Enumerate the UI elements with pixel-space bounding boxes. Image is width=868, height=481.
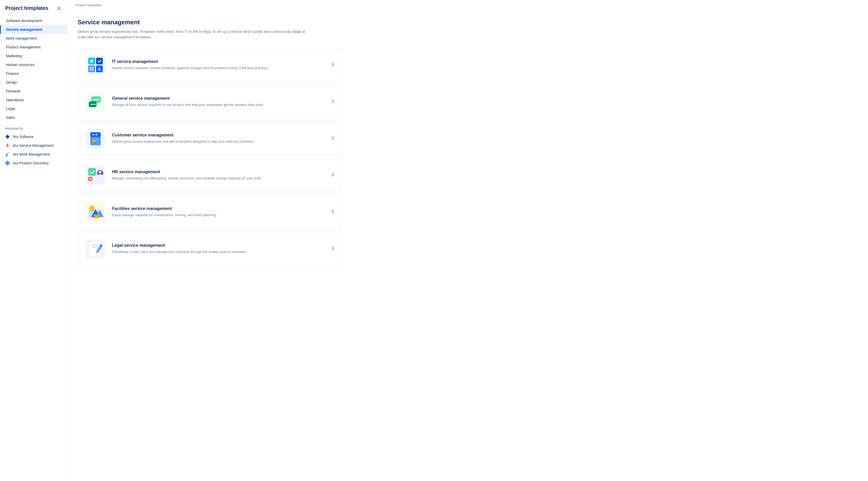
products-section-label: PRODUCTS [0,123,67,132]
svg-rect-12 [92,69,93,71]
legal-service-management-info: Legal service managementEffortlessly cre… [112,243,325,254]
svg-rect-5 [90,60,93,61]
customer-service-management-icon [85,128,106,149]
svg-text:A: A [98,67,101,71]
svg-point-23 [94,104,96,105]
sidebar-item-marketing[interactable]: Marketing [0,52,67,60]
customer-service-management-info: Customer service managementDeliver great… [112,133,325,144]
page-description: Deliver great service experiences fast. … [78,29,311,40]
product-item-jira-service-management[interactable]: Jira Service Management [0,141,67,150]
svg-line-0 [6,156,7,156]
svg-point-19 [97,99,99,100]
general-service-management-info: General service managementManage all you… [112,96,325,108]
sidebar-title: Project templates [5,5,49,11]
bolt-icon [5,143,10,148]
feather-icon [5,152,10,157]
svg-rect-8 [88,65,95,72]
content-area: Service management Deliver great service… [67,10,352,277]
sidebar-header: Project templates [0,5,67,15]
it-service-management-icon: A [85,55,106,75]
svg-rect-28 [96,139,99,140]
breadcrumb: Project templates [67,0,868,10]
svg-rect-9 [90,67,91,69]
template-list: A IT service managementHandle service re… [78,48,342,269]
product-item-jira-product-discovery[interactable]: Jira Product Discovery [0,159,67,168]
template-card-general-service-management[interactable]: General service managementManage all you… [78,85,342,119]
sidebar-item-software-development[interactable]: Software development [0,16,67,25]
legal-service-management-description: Effortlessly create, track and manage yo… [112,249,293,254]
svg-rect-29 [96,140,99,141]
hr-service-management-info: HR service managementManage onboarding a… [112,170,325,181]
sidebar-item-product-management[interactable]: Product management [0,43,67,52]
svg-point-18 [95,99,97,100]
template-card-hr-service-management[interactable]: HR service managementManage onboarding a… [78,158,342,192]
svg-rect-7 [96,58,103,64]
sidebar-item-service-management[interactable]: Service management [0,25,67,34]
svg-rect-30 [92,134,94,136]
svg-rect-48 [92,244,98,245]
it-service-management-name: IT service management [112,59,325,64]
legal-service-management-icon [85,238,106,259]
svg-rect-10 [92,67,93,69]
chevron-right-icon [332,136,334,141]
legal-service-management-name: Legal service management [112,243,325,248]
svg-point-22 [93,104,94,105]
svg-point-43 [90,207,94,210]
sidebar-item-human-resources[interactable]: Human resources [0,60,67,69]
chevron-right-icon [332,99,334,104]
general-service-management-icon [85,91,106,112]
chevron-right-icon [332,173,334,178]
facilities-service-management-name: Facilities service management [112,206,325,211]
close-button[interactable] [56,5,62,11]
general-service-management-description: Manage all your service requests in one … [112,102,293,108]
template-card-it-service-management[interactable]: A IT service managementHandle service re… [78,48,342,82]
svg-point-51 [100,245,102,246]
svg-point-36 [99,171,101,174]
svg-point-17 [93,99,95,100]
sidebar-item-sales[interactable]: Sales [0,113,67,122]
svg-rect-6 [90,61,92,62]
main-content: Project templates Service management Del… [67,0,868,481]
sidebar-item-legal[interactable]: Legal [0,104,67,113]
template-card-legal-service-management[interactable]: Legal service managementEffortlessly cre… [78,232,342,266]
svg-rect-49 [92,246,98,246]
sidebar: Project templates Software developmentSe… [0,0,67,481]
product-item-jira-work-management[interactable]: Jira Work Management [0,150,67,159]
general-service-management-name: General service management [112,96,325,101]
svg-rect-50 [92,247,96,248]
svg-rect-33 [88,168,96,176]
sidebar-item-personal[interactable]: Personal [0,87,67,95]
it-service-management-description: Handle service requests, resolve inciden… [112,65,293,71]
product-label: Jira Software [12,134,34,139]
chevron-right-icon [332,62,334,68]
customer-service-management-description: Deliver great service experiences fast w… [112,139,293,144]
page-title: Service management [78,19,342,26]
template-card-facilities-service-management[interactable]: Facilities service managementEasily mana… [78,195,342,229]
svg-point-21 [91,104,92,105]
chevron-right-icon [332,246,334,252]
product-label: Jira Product Discovery [12,161,49,165]
customer-service-management-name: Customer service management [112,133,325,138]
hr-service-management-description: Manage onboarding and offboarding, answe… [112,176,293,181]
svg-rect-27 [92,139,95,142]
sidebar-item-finance[interactable]: Finance [0,69,67,78]
sidebar-item-work-management[interactable]: Work management [0,34,67,43]
template-card-customer-service-management[interactable]: Customer service managementDeliver great… [78,122,342,155]
sidebar-item-design[interactable]: Design [0,78,67,87]
svg-point-1 [7,162,8,164]
sidebar-item-operations[interactable]: Operations [0,95,67,104]
facilities-service-management-icon [85,202,106,222]
products-list: Jira SoftwareJira Service ManagementJira… [0,132,67,168]
it-service-management-info: IT service managementHandle service requ… [112,59,325,71]
chevron-right-icon [332,209,334,215]
diamond-icon [5,134,10,139]
facilities-service-management-info: Facilities service managementEasily mana… [112,206,325,218]
product-item-jira-software[interactable]: Jira Software [0,132,67,141]
svg-rect-11 [90,69,91,71]
diamond2-icon [5,161,10,166]
hr-service-management-name: HR service management [112,170,325,174]
svg-rect-31 [95,134,98,136]
product-label: Jira Service Management [12,143,54,148]
sidebar-nav: Software developmentService managementWo… [0,15,67,123]
facilities-service-management-description: Easily manage requests for maintenance, … [112,213,293,218]
